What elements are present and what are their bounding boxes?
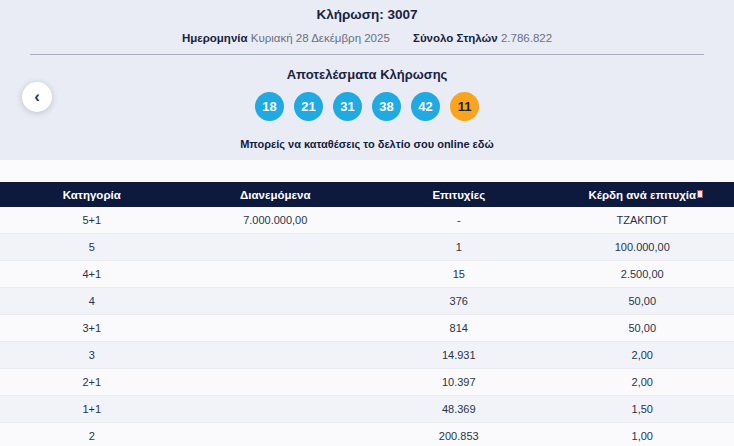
winners-cell: - xyxy=(367,214,551,226)
winning-numbers: 182131384211 xyxy=(0,92,734,121)
prize-cell: 2.500,00 xyxy=(551,268,734,280)
prize-cell: ΤΖΑΚΠΟΤ xyxy=(551,214,734,226)
category-cell: 4 xyxy=(0,295,184,307)
table-header-row: ΚατηγορίαΔιανεμόμεναΕπιτυχίεςΚέρδη ανά ε… xyxy=(0,182,734,207)
table-header-cell: Διανεμόμενα xyxy=(184,189,368,201)
table-row: 3 14.931 2,00 xyxy=(0,342,734,369)
back-button[interactable]: ‹ xyxy=(22,82,52,112)
results-title: Αποτελέσματα Κλήρωσης xyxy=(0,67,734,82)
category-cell: 2 xyxy=(0,430,184,442)
draw-summary-section: Κλήρωση: 3007 Ημερομηνία Κυριακή 28 Δεκέ… xyxy=(0,0,734,160)
prize-cell: 1,00 xyxy=(551,430,734,442)
divider xyxy=(30,54,704,55)
winners-cell: 376 xyxy=(367,295,551,307)
prize-cell: 1,50 xyxy=(551,403,734,415)
number-ball: 11 xyxy=(450,92,479,121)
category-cell: 4+1 xyxy=(0,268,184,280)
category-cell: 3 xyxy=(0,349,184,361)
table-header-cell: Κατηγορία xyxy=(0,189,184,201)
date-value: Κυριακή 28 Δεκέμβρη 2025 xyxy=(251,32,390,44)
draw-meta: Ημερομηνία Κυριακή 28 Δεκέμβρη 2025 Σύνο… xyxy=(0,32,734,44)
online-deposit-link[interactable]: Μπορείς να καταθέσεις το δελτίο σου onli… xyxy=(0,138,734,150)
total-columns-value: 2.786.822 xyxy=(501,32,552,44)
table-header-cell: Επιτυχίες xyxy=(367,189,551,201)
table-row: 5 1 100.000,00 xyxy=(0,234,734,261)
date-label: Ημερομηνία xyxy=(182,32,248,44)
table-row: 3+1 814 50,00 xyxy=(0,315,734,342)
prize-cell: 50,00 xyxy=(551,295,734,307)
total-columns-label: Σύνολο Στηλών xyxy=(413,32,498,44)
winners-cell: 14.931 xyxy=(367,349,551,361)
winners-cell: 814 xyxy=(367,322,551,334)
category-cell: 5 xyxy=(0,241,184,253)
broken-image-icon xyxy=(697,190,703,198)
winners-cell: 10.397 xyxy=(367,376,551,388)
winners-cell: 15 xyxy=(367,268,551,280)
draw-title: Κλήρωση: 3007 xyxy=(0,0,734,22)
category-cell: 5+1 xyxy=(0,214,184,226)
number-ball: 18 xyxy=(255,92,284,121)
number-ball: 21 xyxy=(294,92,323,121)
table-row: 5+1 7.000.000,00 - ΤΖΑΚΠΟΤ xyxy=(0,207,734,234)
table-body: 5+1 7.000.000,00 - ΤΖΑΚΠΟΤ 5 1 100.000,0… xyxy=(0,207,734,446)
joker-results-page: Κλήρωση: 3007 Ημερομηνία Κυριακή 28 Δεκέ… xyxy=(0,0,734,446)
table-row: 2 200.853 1,00 xyxy=(0,423,734,446)
table-row: 2+1 10.397 2,00 xyxy=(0,369,734,396)
distributed-cell: 7.000.000,00 xyxy=(184,214,368,226)
table-row: 4 376 50,00 xyxy=(0,288,734,315)
winners-cell: 48.369 xyxy=(367,403,551,415)
prize-cell: 50,00 xyxy=(551,322,734,334)
prize-cell: 2,00 xyxy=(551,376,734,388)
prize-cell: 100.000,00 xyxy=(551,241,734,253)
prize-table-section: ΚατηγορίαΔιανεμόμεναΕπιτυχίεςΚέρδη ανά ε… xyxy=(0,160,734,446)
chevron-left-icon: ‹ xyxy=(34,88,40,105)
number-ball: 38 xyxy=(372,92,401,121)
category-cell: 1+1 xyxy=(0,403,184,415)
table-row: 1+1 48.369 1,50 xyxy=(0,396,734,423)
number-ball: 42 xyxy=(411,92,440,121)
number-ball: 31 xyxy=(333,92,362,121)
winners-cell: 1 xyxy=(367,241,551,253)
winners-cell: 200.853 xyxy=(367,430,551,442)
prize-cell: 2,00 xyxy=(551,349,734,361)
category-cell: 2+1 xyxy=(0,376,184,388)
category-cell: 3+1 xyxy=(0,322,184,334)
table-header-cell: Κέρδη ανά επιτυχία xyxy=(551,189,734,201)
table-row: 4+1 15 2.500,00 xyxy=(0,261,734,288)
